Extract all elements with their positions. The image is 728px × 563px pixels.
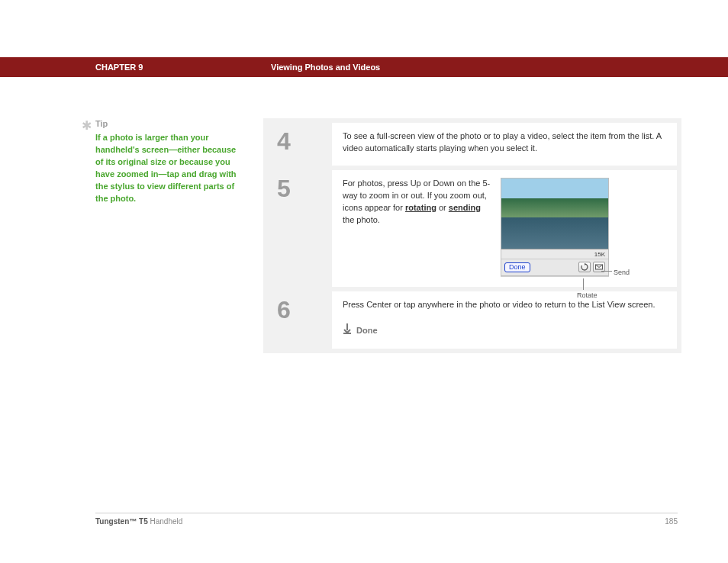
step-5: 5 For photos, press Up or Down on the 5-… <box>268 170 677 288</box>
step-5-text: For photos, press Up or Down on the 5-wa… <box>343 178 491 227</box>
tip-star-icon: ✱ <box>82 117 92 134</box>
chapter-header: CHAPTER 9 Viewing Photos and Videos <box>0 57 728 77</box>
step-4-text: To see a full-screen view of the photo o… <box>343 131 662 153</box>
device-photo-area <box>501 179 608 249</box>
product-name-bold: Tungsten™ T5 <box>95 517 148 526</box>
device-filesize: 15K <box>501 249 608 260</box>
step-number-cell: 4 <box>268 123 327 166</box>
step-body: For photos, press Up or Down on the 5-wa… <box>332 170 677 288</box>
chapter-title: Viewing Photos and Videos <box>271 63 380 72</box>
step-number: 4 <box>277 129 327 153</box>
product-name-rest: Handheld <box>148 517 183 526</box>
chapter-header-inner: CHAPTER 9 Viewing Photos and Videos <box>95 57 678 77</box>
step-5-text-or: or <box>436 203 449 212</box>
step-4: 4 To see a full-screen view of the photo… <box>268 123 677 166</box>
page: CHAPTER 9 Viewing Photos and Videos ✱ Ti… <box>0 0 728 563</box>
footer-rule <box>95 513 678 513</box>
tip-block: ✱ Tip If a photo is larger than your han… <box>82 118 238 205</box>
done-indicator: Done <box>343 323 666 338</box>
callout-line <box>601 271 612 272</box>
done-arrow-icon <box>343 323 352 338</box>
step-number: 6 <box>277 298 327 322</box>
step-number-cell: 6 <box>268 291 327 349</box>
steps-panel: 4 To see a full-screen view of the photo… <box>263 118 681 353</box>
step-number: 5 <box>277 176 327 201</box>
callout-line <box>583 278 584 290</box>
step-6: 6 Press Center or tap anywhere in the ph… <box>268 291 677 349</box>
step-5-text-after: the photo. <box>343 215 380 224</box>
send-callout: Send <box>614 268 630 278</box>
page-number: 185 <box>665 517 678 526</box>
rotate-callout: Rotate <box>577 291 598 301</box>
device-screenshot: 15K Done <box>501 178 609 277</box>
done-label: Done <box>356 325 378 337</box>
rotating-link[interactable]: rotating <box>405 203 436 212</box>
device-screenshot-wrap: 15K Done <box>501 178 638 277</box>
step-6-text: Press Center or tap anywhere in the phot… <box>343 300 655 309</box>
rotate-icon[interactable] <box>578 262 591 272</box>
footer: Tungsten™ T5 Handheld 185 <box>95 517 678 526</box>
device-toolbar: Done <box>501 259 608 275</box>
step-body: To see a full-screen view of the photo o… <box>332 123 677 166</box>
product-name: Tungsten™ T5 Handheld <box>95 517 182 526</box>
tip-body: If a photo is larger than your handheld'… <box>95 132 238 205</box>
chapter-label: CHAPTER 9 <box>95 63 271 72</box>
step-body: Press Center or tap anywhere in the phot… <box>332 291 677 349</box>
device-done-button[interactable]: Done <box>504 262 530 273</box>
step-number-cell: 5 <box>268 170 327 288</box>
sending-link[interactable]: sending <box>449 203 481 212</box>
tip-heading: Tip <box>95 118 238 130</box>
